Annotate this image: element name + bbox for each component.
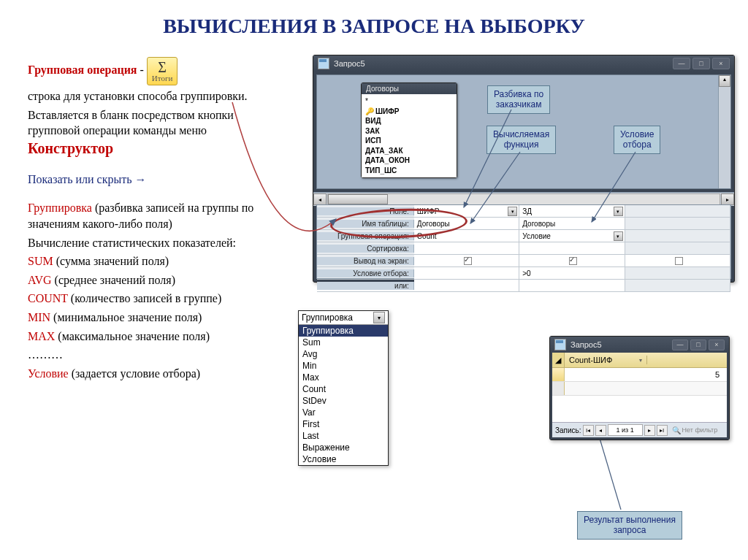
dropdown-item[interactable]: Avg xyxy=(299,348,388,360)
grid-row-label: Вывод на экран: xyxy=(317,257,414,265)
totals-button[interactable]: Σ Итоги xyxy=(147,57,178,85)
grid-cell[interactable] xyxy=(625,205,730,217)
result-row[interactable]: 5 xyxy=(552,368,727,382)
nav-last-button[interactable]: ▸I xyxy=(657,425,668,436)
query-result-window: Запрос5 — □ × ◢ Count-ШИФ ▾ 5 Запись: I◂… xyxy=(549,336,730,440)
close-button[interactable]: × xyxy=(709,340,725,350)
result-titlebar[interactable]: Запрос5 — □ × xyxy=(550,337,729,353)
dropdown-item[interactable]: Last xyxy=(299,430,388,442)
grid-cell[interactable] xyxy=(414,242,519,254)
dropdown-item[interactable]: Sum xyxy=(299,337,388,348)
window-title: Запрос5 xyxy=(334,59,365,68)
record-navigator[interactable]: Запись: I◂ ◂ ▸ ▸I 🔍 Нет фильтр xyxy=(552,422,727,437)
field-item[interactable]: * xyxy=(365,96,453,107)
grid-cell[interactable]: Условие▾ xyxy=(519,230,625,242)
grid-cell[interactable] xyxy=(519,255,625,266)
scroll-right-button[interactable]: ▸ xyxy=(721,193,734,205)
scroll-up-button[interactable]: ▴ xyxy=(719,75,730,87)
dropdown-item[interactable]: Max xyxy=(299,372,388,383)
grid-cell[interactable] xyxy=(625,267,730,279)
grid-cell[interactable]: >0 xyxy=(519,267,625,279)
grid-row-label: или: xyxy=(317,282,414,290)
grid-cell[interactable] xyxy=(625,242,730,254)
minimize-button[interactable]: — xyxy=(672,340,688,350)
grid-cell[interactable] xyxy=(414,255,519,266)
grid-cell[interactable] xyxy=(414,280,519,291)
grid-cell[interactable] xyxy=(625,280,730,291)
grid-cell[interactable] xyxy=(519,280,625,291)
dropdown-item[interactable]: Min xyxy=(299,360,388,372)
constructor-word: Конструктор xyxy=(28,140,113,156)
callout-fn: Вычисляемая функция xyxy=(486,126,556,154)
sigma-icon: Σ xyxy=(152,60,173,74)
nav-position[interactable] xyxy=(608,424,643,436)
nav-first-button[interactable]: I◂ xyxy=(583,425,594,436)
field-item[interactable]: ЗАК xyxy=(365,126,453,137)
callout-result: Результат выполнения запроса xyxy=(577,511,682,540)
grp-op-label: Групповая операция xyxy=(28,64,137,76)
maximize-button[interactable]: □ xyxy=(690,340,706,350)
field-item[interactable]: ДАТА_ЗАК xyxy=(365,146,453,156)
chevron-down-icon[interactable]: ▾ xyxy=(373,312,385,323)
dropdown-item[interactable]: StDev xyxy=(299,395,388,407)
show-hide: Показать или скрыть → xyxy=(28,172,283,188)
grid-cell[interactable] xyxy=(414,267,519,279)
grid-cell[interactable]: Договоры xyxy=(519,218,625,229)
dropdown-item[interactable]: Группировка xyxy=(299,325,388,337)
field-list[interactable]: Договоры *🔑ШИФРВИДЗАКИСПДАТА_ЗАКДАТА_ОКО… xyxy=(361,83,457,178)
column-header[interactable]: Count-ШИФ ▾ xyxy=(565,356,647,364)
field-item[interactable]: ДАТА_ОКОН xyxy=(365,156,453,166)
nav-prev-button[interactable]: ◂ xyxy=(595,425,606,436)
callout-filter: Условие отбора xyxy=(614,126,660,154)
dropdown-item[interactable]: Var xyxy=(299,407,388,418)
line1: строка для установки способа группировки… xyxy=(28,88,283,104)
slide-title: ВЫЧИСЛЕНИЯ В ЗАПРОСЕ НА ВЫБОРКУ xyxy=(0,15,748,38)
grid-cell[interactable] xyxy=(625,255,730,266)
maximize-button[interactable]: □ xyxy=(692,58,710,69)
select-all-cell[interactable]: ◢ xyxy=(552,353,565,367)
field-item[interactable]: ИСП xyxy=(365,136,453,146)
grid-cell[interactable] xyxy=(625,218,730,229)
grid-cell[interactable] xyxy=(519,242,625,254)
field-item[interactable]: ВИД xyxy=(365,116,453,126)
scroll-left-button[interactable]: ◂ xyxy=(313,193,327,205)
dropdown-item[interactable]: Count xyxy=(299,383,388,395)
totals-label: Итоги xyxy=(152,74,173,83)
window-titlebar[interactable]: Запрос5 — □ × xyxy=(313,55,734,72)
result-value: 5 xyxy=(565,368,727,381)
app-icon xyxy=(318,58,329,69)
left-text-block: Групповая операция - Σ Итоги строка для … xyxy=(28,57,283,384)
line2: Вставляется в бланк посредством кнопки г… xyxy=(28,109,234,137)
grouping-dropdown[interactable]: Группировка ▾ ГруппировкаSumAvgMinMaxCou… xyxy=(298,310,389,466)
field-item[interactable]: 🔑ШИФР xyxy=(365,107,453,117)
app-icon xyxy=(554,339,566,350)
grouping-word: Группировка xyxy=(28,202,92,214)
grid-row-label: Сортировка: xyxy=(317,245,414,253)
grid-cell[interactable] xyxy=(625,230,730,242)
stat-title: Вычисление статистических показателей: xyxy=(28,235,283,251)
dropdown-item[interactable]: First xyxy=(299,418,388,430)
grid-cell[interactable]: ЗД▾ xyxy=(519,205,625,217)
close-button[interactable]: × xyxy=(712,58,730,69)
callout-partition: Разбивка по заказчикам xyxy=(487,85,550,114)
minimize-button[interactable]: — xyxy=(673,58,690,69)
result-title: Запрос5 xyxy=(570,340,602,349)
dropdown-item[interactable]: Условие xyxy=(299,453,388,465)
grid-row-label: Условие отбора: xyxy=(317,269,414,277)
dropdown-item[interactable]: Выражение xyxy=(299,442,388,453)
chevron-down-icon[interactable]: ▾ xyxy=(639,357,642,364)
field-list-title: Договоры xyxy=(362,83,457,94)
dropdown-current: Группировка xyxy=(302,312,353,323)
field-item[interactable]: ТИП_ШС xyxy=(365,166,453,176)
nav-next-button[interactable]: ▸ xyxy=(644,425,655,436)
